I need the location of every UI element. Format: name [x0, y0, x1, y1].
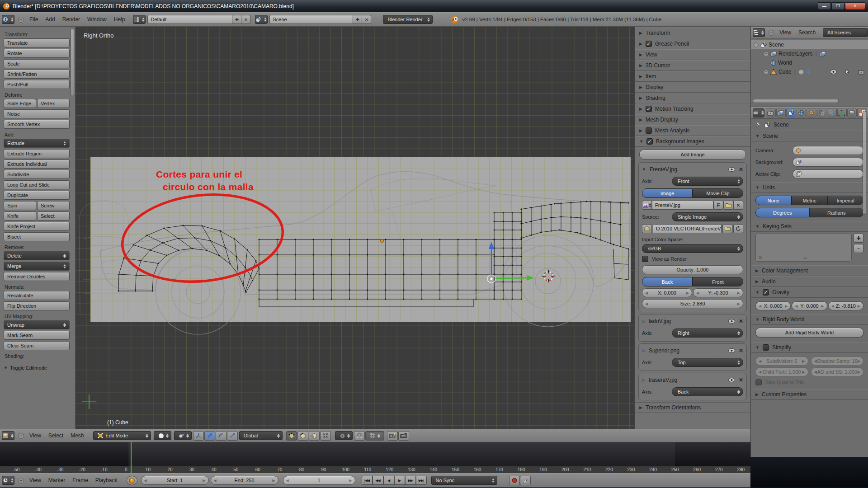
unit-option-imperial[interactable]: Imperial	[827, 196, 863, 205]
snap-element-selector[interactable]	[365, 431, 384, 441]
outliner-filter-dropdown[interactable]: All Scenes	[823, 28, 868, 37]
manipulator-rotate-button[interactable]	[216, 431, 226, 441]
menu-help[interactable]: Help	[110, 16, 129, 23]
color-space-dropdown[interactable]: sRGB	[642, 244, 743, 253]
camera-restrict-icon[interactable]	[858, 70, 864, 75]
scene-selector[interactable]: Scene	[269, 15, 353, 24]
npanel-section-background-images[interactable]: ▼ ✓ Background Images	[635, 136, 750, 147]
eye-icon[interactable]	[728, 319, 735, 324]
tab-constraints[interactable]	[817, 108, 826, 117]
close-button[interactable]: ✕	[845, 2, 865, 10]
tool-button-knife[interactable]: Knife	[4, 211, 36, 221]
screen-layout-selector[interactable]: Default	[147, 15, 232, 24]
tab-object-data[interactable]	[837, 108, 847, 117]
tool-button-unwrap[interactable]: Unwrap	[4, 320, 70, 329]
tab-material[interactable]	[847, 108, 857, 117]
panel-header-simplify[interactable]: ▼✓Simplify	[751, 342, 868, 353]
npanel-section-view[interactable]: ▶View	[635, 49, 750, 60]
tool-button-loop-cut-and-slide[interactable]: Loop Cut and Slide	[4, 180, 70, 189]
manipulator-scale-button[interactable]	[227, 431, 238, 441]
axis-dropdown[interactable]: Top	[672, 358, 743, 367]
opengl-render-image-button[interactable]	[387, 431, 398, 441]
outliner-scrollbar[interactable]	[753, 99, 839, 103]
npanel-section-mesh-analysis[interactable]: ▶✓Mesh Analysis	[635, 125, 750, 136]
screen-layout-icon-button[interactable]	[133, 15, 146, 24]
tab-scene[interactable]	[786, 108, 796, 117]
tool-button-recalculate[interactable]: Recalculate	[4, 291, 70, 300]
tool-button-subdivide[interactable]: Subdivide	[4, 170, 70, 179]
auto-keyframe-button[interactable]	[509, 476, 520, 485]
eye-icon[interactable]	[728, 378, 735, 382]
next-keyframe-button[interactable]: ▶▶	[405, 476, 416, 485]
source-dropdown[interactable]: Single Image	[672, 212, 743, 221]
panel-header-rigid-body-world[interactable]: ▼Rigid Body World	[751, 314, 868, 325]
keying-set-remove-button[interactable]: −	[854, 244, 863, 253]
image-path-field[interactable]: O 2010 VECTORIAL\FrenteV.jpg	[653, 224, 722, 233]
unit-option-none[interactable]: None	[755, 196, 792, 205]
tab-world[interactable]	[797, 108, 806, 117]
add-layout-button[interactable]: ✚	[232, 15, 241, 24]
tool-button-clear-seam[interactable]: Clear Seam	[4, 341, 70, 350]
close-icon[interactable]: ✕	[739, 377, 743, 383]
movie-clip-tab[interactable]: Movie Clip	[693, 188, 743, 198]
toggle-editmode-panel[interactable]: ▼Toggle Editmode	[4, 365, 70, 371]
angle-option-radians[interactable]: Radians	[810, 208, 864, 217]
timeline-menu-playback[interactable]: Playback	[92, 477, 121, 483]
close-icon[interactable]: ✕	[739, 318, 743, 324]
delete-layout-button[interactable]: ✕	[241, 15, 250, 24]
keying-sets-list[interactable]: ⊕ ═	[755, 234, 852, 262]
transform-orientation-selector[interactable]: Global	[239, 431, 283, 440]
outliner-menu-search[interactable]: Search	[795, 29, 819, 36]
add-scene-button[interactable]: ✚	[353, 15, 362, 24]
offset-x-field[interactable]: ◀X: 0.000▶	[642, 288, 692, 297]
tab-render-layers[interactable]	[776, 108, 786, 117]
mode-selector[interactable]: Edit Mode	[93, 431, 151, 440]
timeline-editor-type-button[interactable]	[2, 476, 14, 485]
panel-header-keying-sets[interactable]: ▼Keying Sets	[751, 221, 868, 232]
tool-button-merge[interactable]: Merge	[4, 262, 70, 271]
sync-mode-dropdown[interactable]: No Sync	[431, 476, 497, 485]
size-field[interactable]: ◀Size: 2.880▶	[642, 299, 743, 308]
edge-select-button[interactable]	[297, 431, 308, 441]
menu-window[interactable]: Window	[84, 16, 110, 23]
npanel-section-mesh-display[interactable]: ▶Mesh Display	[635, 114, 750, 125]
editor-type-button[interactable]	[2, 15, 14, 24]
background-images-checkbox[interactable]: ✓	[646, 138, 653, 145]
manipulator-translate-button[interactable]	[204, 431, 215, 441]
properties-editor-type-button[interactable]	[753, 108, 764, 117]
panel-header-audio[interactable]: ▶Audio	[751, 276, 868, 287]
simplify-checkbox[interactable]: ✓	[763, 344, 769, 351]
play-button[interactable]: ▶	[394, 476, 405, 485]
cursor-arrow-icon[interactable]	[845, 69, 850, 75]
tool-button-extrude-individual[interactable]: Extrude Individual	[4, 160, 70, 169]
proportional-edit-selector[interactable]	[335, 431, 353, 440]
limit-to-visible-button[interactable]	[320, 431, 331, 441]
add-image-button[interactable]: Add Image	[639, 150, 746, 160]
close-icon[interactable]: ✕	[739, 347, 743, 354]
outliner-collapse-menus-icon[interactable]: −	[769, 30, 774, 36]
image-tab[interactable]: Image	[642, 188, 693, 198]
list-resize-grip[interactable]: ═	[804, 256, 807, 261]
panel-header-color-management[interactable]: ▶Color Management	[751, 265, 868, 276]
pivot-point-selector[interactable]	[174, 431, 192, 440]
tool-button-scale[interactable]: Scale	[4, 59, 70, 68]
viewport-shading-selector[interactable]	[154, 431, 171, 440]
add-rigid-body-world-button[interactable]: Add Rigid Body World	[755, 328, 863, 338]
simplify-field-1[interactable]: ◀Shadow Samp: 16▶	[811, 357, 864, 366]
tool-button-knife-project[interactable]: Knife Project	[4, 222, 70, 231]
tool-button-extrude[interactable]: Extrude	[4, 139, 70, 148]
tool-button-bisect[interactable]: Bisect	[4, 232, 70, 241]
playback-range-lock-button[interactable]	[127, 476, 137, 485]
timeline-menu-frame[interactable]: Frame	[69, 477, 92, 483]
collapse-menus-icon[interactable]: −	[18, 17, 24, 23]
timeline-ruler[interactable]: -50-40-30-20-100102030405060708090100110…	[0, 466, 750, 473]
image-datablock-icon-button[interactable]	[642, 201, 652, 210]
tab-render[interactable]	[766, 108, 775, 117]
image-name-field[interactable]: FrenteV.jpg	[652, 201, 713, 210]
tool-button-select[interactable]: Select	[37, 211, 70, 221]
angle-option-degrees[interactable]: Degrees	[755, 208, 810, 217]
pin-icon[interactable]	[755, 122, 761, 128]
grease-pencil-checkbox[interactable]: ✓	[646, 41, 652, 47]
outliner-editor-type-button[interactable]	[753, 28, 765, 37]
camera-field[interactable]	[793, 146, 863, 155]
